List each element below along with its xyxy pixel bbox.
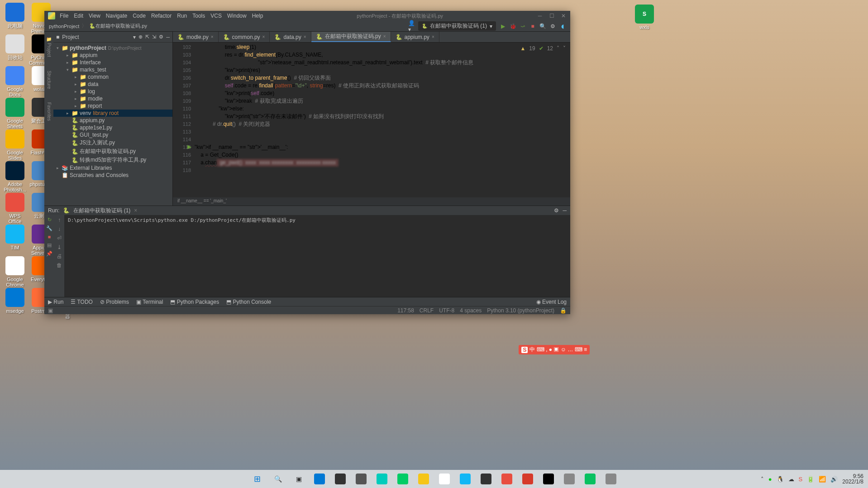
- start-button[interactable]: ⊞: [248, 470, 266, 488]
- hide-button[interactable]: ─: [563, 207, 567, 214]
- tree-item[interactable]: 🐍转换md5加密字符串工具.py: [53, 156, 172, 164]
- code-editor[interactable]: 1021031041051061071081091101111121131141…: [173, 43, 570, 197]
- breadcrumb-project[interactable]: pythonProject: [49, 24, 79, 29]
- tree-item[interactable]: ▸📁report: [53, 102, 172, 110]
- close-icon[interactable]: ×: [262, 34, 265, 39]
- pin-icon[interactable]: 📌: [46, 251, 52, 257]
- task-view-button[interactable]: ▣: [290, 470, 308, 488]
- breadcrumb-file[interactable]: 在邮箱中获取验证码.py: [95, 23, 147, 29]
- taskbar-app[interactable]: [352, 470, 370, 488]
- tree-item[interactable]: ▸📁common: [53, 73, 172, 81]
- run-configuration-selector[interactable]: 在邮箱中获取验证码 (1) ▾: [418, 21, 496, 31]
- tray-icon[interactable]: ●: [768, 476, 772, 483]
- indexing-icon[interactable]: ▣: [48, 307, 53, 314]
- menu-refactor[interactable]: Refactor: [151, 13, 172, 19]
- bottom-tab[interactable]: ▣ Terminal: [136, 299, 163, 305]
- up-arrow-icon[interactable]: ↑: [58, 217, 61, 223]
- event-log-tab[interactable]: ◉ Event Log: [536, 299, 567, 305]
- titlebar[interactable]: FileEditViewNavigateCodeRefactorRunTools…: [44, 11, 570, 21]
- external-libraries[interactable]: ▸📚External Libraries: [53, 164, 172, 172]
- menu-vcs[interactable]: VCS: [210, 13, 222, 19]
- taskbar-app[interactable]: [560, 470, 578, 488]
- desktop-icon[interactable]: WPS Office: [3, 193, 27, 224]
- tree-item[interactable]: 🐍在邮箱中获取验证码.py: [53, 147, 172, 156]
- close-button[interactable]: ✕: [560, 13, 567, 19]
- maximize-button[interactable]: ☐: [548, 13, 555, 19]
- menu-edit[interactable]: Edit: [74, 13, 83, 19]
- tray-icon[interactable]: S: [799, 476, 803, 483]
- layout-icon[interactable]: ▤: [47, 242, 52, 248]
- desktop-icon[interactable]: Adobe Photosh...: [3, 161, 27, 192]
- desktop-icon[interactable]: 此电脑: [3, 3, 27, 29]
- target-icon[interactable]: ⊕: [138, 34, 143, 40]
- wifi-icon[interactable]: 📶: [819, 476, 826, 483]
- stop-button[interactable]: ■: [48, 234, 51, 239]
- user-icon[interactable]: 👤▾: [408, 23, 415, 29]
- tree-item[interactable]: 🐍JS注入测试.py: [53, 139, 172, 147]
- lock-icon[interactable]: 🔒: [560, 307, 567, 314]
- chevron-up-icon[interactable]: ˄: [761, 476, 764, 483]
- minimize-button[interactable]: ─: [537, 13, 543, 19]
- tree-item[interactable]: ▸📁appium: [53, 52, 172, 59]
- editor-tab[interactable]: 🐍appium.py×: [391, 32, 439, 42]
- bottom-tab[interactable]: ☰ TODO: [71, 299, 93, 305]
- caret-position[interactable]: 117:58: [397, 307, 414, 314]
- hide-button[interactable]: ─: [166, 34, 170, 40]
- menu-tools[interactable]: Tools: [192, 13, 205, 19]
- desktop-icon[interactable]: 回收站: [3, 34, 27, 60]
- search-button[interactable]: 🔍: [269, 470, 287, 488]
- scroll-icon[interactable]: ⤓: [57, 244, 62, 250]
- editor-tab[interactable]: 🐍common.py×: [219, 32, 270, 42]
- taskbar-app[interactable]: [477, 470, 495, 488]
- taskbar-app[interactable]: [581, 470, 599, 488]
- ime-indicator[interactable]: S 中 ⌨ , ● ▣ ☺ … ⌨ ≡: [519, 345, 590, 354]
- tree-item[interactable]: 🐍GUI_test.py: [53, 131, 172, 139]
- bottom-tab[interactable]: ⊘ Problems: [100, 299, 129, 305]
- close-icon[interactable]: ×: [304, 34, 306, 39]
- tree-item[interactable]: ▾📁marks_test: [53, 66, 172, 73]
- stop-button[interactable]: ■: [529, 23, 536, 29]
- tray-icon[interactable]: 🐧: [777, 476, 784, 483]
- menu-help[interactable]: Help: [252, 13, 263, 19]
- gear-icon[interactable]: ⚙: [549, 23, 556, 29]
- close-icon[interactable]: ×: [432, 34, 434, 39]
- menu-code[interactable]: Code: [133, 13, 146, 19]
- scratches[interactable]: 📋Scratches and Consoles: [53, 172, 172, 179]
- trash-icon[interactable]: 🗑: [57, 262, 62, 268]
- coverage-button[interactable]: ⤻: [520, 23, 526, 29]
- tree-item[interactable]: ▸📁data: [53, 81, 172, 88]
- taskbar-app[interactable]: [331, 470, 349, 488]
- taskbar-app[interactable]: [602, 470, 620, 488]
- menu-window[interactable]: Window: [227, 13, 247, 19]
- taskbar-app[interactable]: [539, 470, 558, 488]
- pie-icon[interactable]: ◖: [559, 23, 566, 29]
- editor-tab[interactable]: 🐍modle.py×: [173, 32, 219, 42]
- gear-icon[interactable]: ⚙: [159, 34, 163, 40]
- project-tree[interactable]: ▾📁pythonProject D:\pythonProject▸📁appium…: [53, 43, 172, 206]
- editor-tab[interactable]: 🐍data.py×: [270, 32, 311, 42]
- favorites-tool-tab[interactable]: Favorites: [47, 102, 52, 121]
- desktop-icon[interactable]: Google Docs: [3, 66, 27, 97]
- close-icon[interactable]: ×: [134, 207, 137, 214]
- volume-icon[interactable]: 🔊: [830, 476, 838, 483]
- desktop-icon[interactable]: TIM: [3, 225, 27, 250]
- editor-breadcrumbs[interactable]: if __name__ == '_main_': [173, 197, 570, 206]
- bottom-tab[interactable]: ▶ Run: [48, 299, 63, 305]
- file-encoding[interactable]: UTF-8: [439, 307, 454, 314]
- desktop-icon[interactable]: Google Sheets: [3, 98, 27, 129]
- close-icon[interactable]: ×: [211, 34, 214, 39]
- run-button[interactable]: ▶: [500, 23, 506, 29]
- tree-item[interactable]: 🐍appium.py: [53, 117, 172, 124]
- bottom-tab[interactable]: ⬒ Python Console: [226, 299, 271, 305]
- rerun-button[interactable]: ↻: [48, 217, 52, 223]
- expand-icon[interactable]: ⇲: [152, 34, 156, 40]
- close-icon[interactable]: ×: [383, 34, 386, 39]
- desktop-icon[interactable]: Google Slides: [3, 129, 27, 161]
- wrench-icon[interactable]: 🔧: [46, 225, 52, 231]
- bottom-tab[interactable]: ⬒ Python Packages: [170, 299, 219, 305]
- taskbar-app[interactable]: [310, 470, 329, 488]
- menu-navigate[interactable]: Navigate: [106, 13, 127, 19]
- interpreter[interactable]: Python 3.10 (pythonProject): [487, 307, 554, 314]
- wrap-icon[interactable]: ⏎: [57, 235, 62, 241]
- battery-icon[interactable]: 🔋: [807, 476, 814, 483]
